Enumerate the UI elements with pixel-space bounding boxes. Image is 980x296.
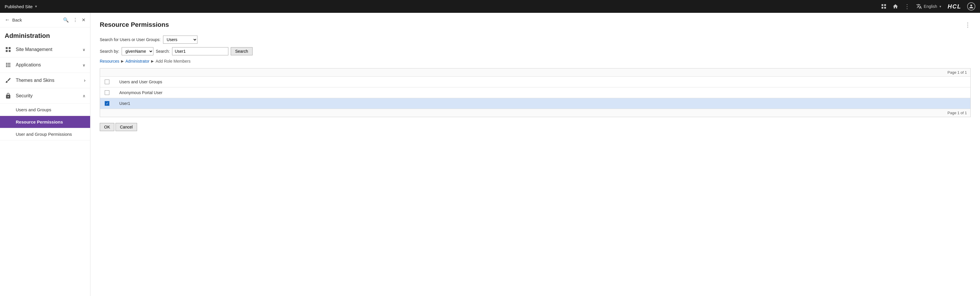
themes-chevron [84,78,86,83]
search-by-select[interactable]: givenName sn uid mail [122,47,153,55]
anonymous-label-cell: Anonymous Portal User [115,87,970,98]
sidebar-sub-item-users-groups[interactable]: Users and Groups [0,104,90,116]
header-label: Users and User Groups [119,79,162,84]
language-chevron: ▼ [939,5,942,8]
main-container: ← Back 🔍 ⋮ ✕ Administration Site Managem… [0,13,980,296]
search-by-label: Search by: [100,49,119,54]
user1-label: User1 [119,101,130,106]
anonymous-checkbox-cell [100,87,115,98]
site-management-label: Site Management [16,47,52,52]
sidebar-item-security[interactable]: Security ∧ [0,88,90,104]
sidebar-header: ← Back 🔍 ⋮ ✕ [0,13,90,27]
security-icon [5,92,12,99]
search-type-row: Search for Users or User Groups: Users U… [100,36,970,44]
breadcrumb-resources[interactable]: Resources [100,59,119,63]
display-icon [881,3,887,9]
svg-rect-3 [885,7,886,9]
svg-rect-1 [885,5,886,6]
site-management-chevron [83,47,86,52]
user-avatar-button[interactable] [967,2,975,11]
sidebar-item-site-management-left: Site Management [5,46,52,53]
search-input[interactable] [172,47,228,55]
sidebar-sub-item-user-group-permissions[interactable]: User and Group Permissions [0,128,90,141]
sidebar-item-themes[interactable]: Themes and Skins [0,73,90,88]
back-button[interactable]: ← Back [5,17,22,23]
topbar-right-area: ⋮ English ▼ HCL [881,2,975,11]
site-title-chevron: ▼ [34,5,38,8]
admin-title: Administration [0,27,90,42]
themes-label: Themes and Skins [16,78,54,83]
home-icon [892,3,898,9]
breadcrumb-administrator[interactable]: Administrator [126,59,150,63]
applications-chevron [83,62,86,68]
themes-icon [5,77,12,84]
table-row-anonymous: Anonymous Portal User [100,87,970,98]
svg-rect-2 [882,7,883,9]
breadcrumb-arrow-2: ▶ [151,59,154,63]
breadcrumb-add-role: Add Role Members [156,59,191,63]
hcl-logo: HCL [948,3,961,10]
sidebar-more-icon[interactable]: ⋮ [73,17,78,23]
sidebar-item-applications-left: Applications [5,62,41,68]
sidebar-item-applications[interactable]: Applications [0,57,90,73]
security-label: Security [16,93,33,98]
sidebar-close-icon[interactable]: ✕ [82,17,86,23]
search-type-label: Search for Users or User Groups: [100,37,161,42]
display-icon-button[interactable] [881,3,887,9]
user-icon [969,4,974,9]
language-label: English [924,4,937,9]
search-by-row: Search by: givenName sn uid mail Search:… [100,47,970,55]
sidebar-sub-item-resource-permissions[interactable]: Resource Permissions [0,116,90,128]
anonymous-checkbox[interactable] [105,90,110,95]
sidebar-item-themes-left: Themes and Skins [5,77,54,84]
breadcrumb: Resources ▶ Administrator ▶ Add Role Mem… [100,59,970,63]
back-label: Back [12,17,22,22]
sidebar-header-icons: 🔍 ⋮ ✕ [63,17,86,23]
content-title: Resource Permissions [100,21,169,28]
user1-label-cell: User1 [115,98,970,109]
home-icon-button[interactable] [892,3,898,9]
action-buttons: OK Cancel [100,123,970,131]
user1-checkbox-cell [100,98,115,109]
pagination-bottom-label: Page 1 of 1 [948,111,967,115]
table-header-row: Users and User Groups [100,77,970,87]
table-pagination-top: Page 1 of 1 [100,68,970,77]
content-header: Resource Permissions ⋮ [100,21,970,28]
content-menu-icon[interactable]: ⋮ [965,21,970,28]
pagination-top-label: Page 1 of 1 [948,70,967,74]
applications-label: Applications [16,62,41,68]
table-row-user1: User1 [100,98,970,109]
sidebar-item-site-management[interactable]: Site Management [0,42,90,57]
table-pagination-bottom: Page 1 of 1 [100,109,970,117]
search-button[interactable]: Search [231,47,252,55]
back-arrow-icon: ← [5,17,10,23]
anonymous-label: Anonymous Portal User [119,90,162,95]
breadcrumb-arrow-1: ▶ [121,59,124,63]
header-checkbox-cell [100,77,115,87]
translate-icon [916,3,922,9]
header-checkbox[interactable] [105,79,110,84]
sidebar: ← Back 🔍 ⋮ ✕ Administration Site Managem… [0,13,91,296]
topbar: Published Site ▼ ⋮ English ▼ HCL [0,0,980,13]
site-management-icon [5,46,12,53]
svg-rect-0 [882,5,883,6]
user1-checkbox[interactable] [105,101,110,106]
search-type-select[interactable]: Users User Groups [163,36,197,44]
more-options-button[interactable]: ⋮ [904,3,910,10]
more-dots-icon: ⋮ [904,3,910,10]
ok-button[interactable]: OK [100,123,115,131]
sidebar-item-security-left: Security [5,92,33,99]
site-title-label: Published Site [5,4,33,9]
cancel-button[interactable]: Cancel [116,123,137,131]
site-title-area[interactable]: Published Site ▼ [5,4,38,9]
language-selector[interactable]: English ▼ [916,3,942,9]
content-area: Resource Permissions ⋮ Search for Users … [91,13,980,296]
sidebar-search-icon[interactable]: 🔍 [63,17,69,23]
security-chevron-up: ∧ [83,93,86,98]
results-table: Page 1 of 1 Users and User Groups [100,68,970,117]
search-input-label: Search: [156,49,170,54]
data-table: Users and User Groups Anonymous Portal U… [100,77,970,109]
applications-icon [5,62,12,68]
header-label-cell: Users and User Groups [115,77,970,87]
